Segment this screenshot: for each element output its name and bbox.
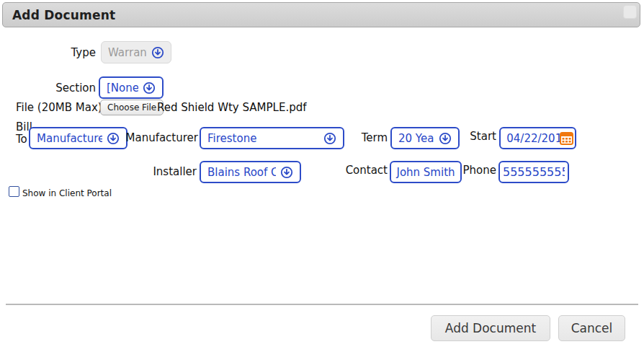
section-dropdown[interactable]: [None]: [99, 76, 164, 99]
start-date-field: [499, 127, 576, 149]
dropdown-arrow-icon: [143, 82, 156, 94]
selected-filename: Red Shield Wty SAMPLE.pdf: [157, 101, 306, 114]
dropdown-arrow-icon: [151, 46, 164, 59]
calendar-icon[interactable]: [560, 131, 573, 145]
installer-label: Installer: [103, 165, 197, 178]
footer-divider: [6, 304, 638, 305]
contact-label: Contact: [294, 164, 388, 177]
installer-value: Blains Roof Co: [207, 166, 276, 179]
choose-file-button[interactable]: Choose File: [100, 100, 164, 115]
close-button[interactable]: [623, 5, 637, 19]
dialog-header: Add Document: [2, 2, 640, 27]
phone-input[interactable]: [498, 161, 569, 183]
show-in-client-portal-checkbox[interactable]: [9, 186, 19, 197]
term-label: Term: [294, 131, 388, 144]
file-label: File (20MB Max): [16, 101, 102, 114]
dropdown-arrow-icon: [280, 166, 293, 179]
type-dropdown[interactable]: Warranty: [101, 41, 171, 63]
installer-dropdown[interactable]: Blains Roof Co: [200, 161, 301, 183]
start-label: Start: [403, 130, 496, 143]
add-document-dialog: Add Document Type Warranty Section [None…: [0, 0, 644, 352]
manufacturer-value: Firestone: [207, 132, 256, 145]
section-label: Section: [2, 82, 96, 94]
type-label: Type: [2, 46, 96, 59]
show-in-client-portal-label: Show in Client Portal: [22, 188, 112, 198]
manufacturer-label: Manufacturer: [104, 131, 198, 144]
phone-label: Phone: [403, 164, 496, 177]
section-value: [None]: [107, 82, 138, 94]
add-document-button[interactable]: Add Document: [431, 315, 550, 341]
cancel-button[interactable]: Cancel: [558, 315, 625, 341]
dialog-title: Add Document: [12, 8, 115, 22]
type-value: Warranty: [108, 46, 147, 59]
bill-to-value: Manufacturer: [37, 132, 102, 145]
